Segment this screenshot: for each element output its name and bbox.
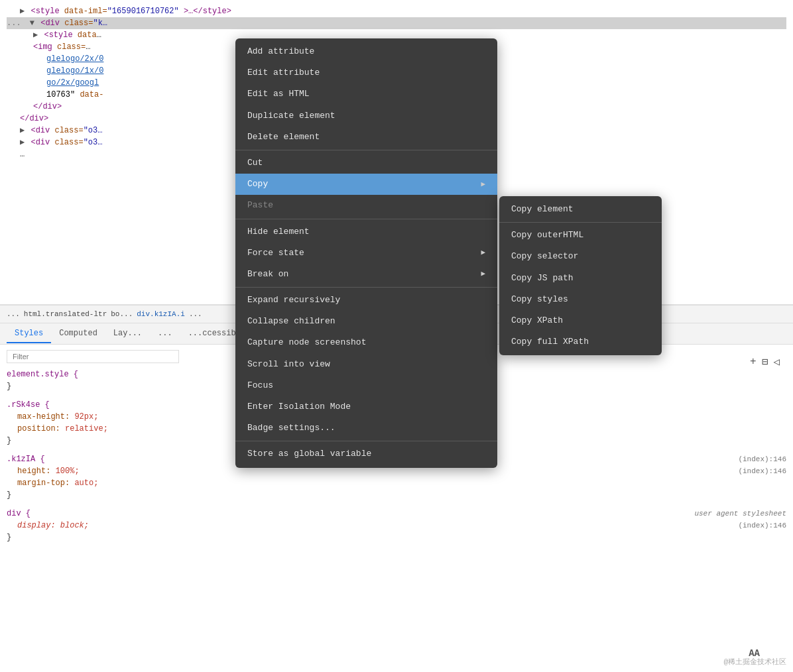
html-val: "1659016710762" (107, 7, 179, 16)
source-ref[interactable]: (index):146 (738, 453, 786, 465)
submenu-separator (499, 222, 662, 223)
menu-item-label: Copy full XPath (511, 336, 589, 348)
source-ref-index2[interactable]: (index):146 (738, 520, 786, 532)
css-selector-line: div { user agent stylesheet (7, 508, 786, 520)
css-value: auto; (74, 478, 98, 488)
triangle-icon: ▼ (30, 19, 34, 28)
submenu-arrow-icon: ▶ (481, 269, 485, 279)
tab-computed[interactable]: Computed (51, 325, 105, 343)
css-brace: } (7, 436, 11, 445)
html-tag: </div> (33, 102, 62, 111)
css-value: block; (60, 521, 89, 530)
menu-item-label: Store as global variable (247, 448, 371, 460)
add-icon[interactable]: + (750, 356, 757, 368)
menu-item-label: Cut (247, 157, 263, 169)
html-val: "o3… (84, 138, 103, 147)
tab-styles[interactable]: Styles (7, 325, 51, 343)
submenu-copy-full-xpath[interactable]: Copy full XPath (499, 331, 662, 353)
menu-item-label: Edit attribute (247, 67, 320, 79)
devtools-panel: ▶ <style data-iml="1659016710762" >…</st… (0, 0, 793, 672)
html-tag: <style (30, 7, 59, 16)
dots-indicator: ... (7, 19, 21, 28)
menu-hide[interactable]: Hide element (235, 221, 497, 243)
breadcrumb-body[interactable]: bo... (111, 310, 133, 318)
triangle-icon: ▶ (20, 126, 25, 135)
menu-expand[interactable]: Expand recursively (235, 290, 497, 311)
menu-delete[interactable]: Delete element (235, 127, 497, 148)
menu-scroll[interactable]: Scroll into view (235, 354, 497, 375)
html-link[interactable]: glelogo/1x/0 (46, 66, 103, 76)
submenu-copy-element[interactable]: Copy element (499, 199, 662, 220)
breadcrumb-div[interactable]: div.k1zIA.i (137, 310, 185, 318)
menu-item-label: Collapse children (247, 315, 336, 327)
menu-add-attribute[interactable]: Add attribute (235, 41, 497, 62)
submenu-copy-jspath[interactable]: Copy JS path (499, 268, 662, 289)
html-link[interactable]: glelogo/2x/0 (46, 54, 103, 64)
breadcrumb-end[interactable]: ... (189, 310, 202, 318)
menu-duplicate[interactable]: Duplicate element (235, 105, 497, 127)
css-property: height: (7, 467, 50, 476)
styles-toolbar: + ⊟ ◁ (750, 355, 780, 368)
submenu-copy-selector[interactable]: Copy selector (499, 246, 662, 267)
html-attr: data (78, 30, 97, 40)
html-link[interactable]: go/2x/googl (46, 78, 99, 87)
css-block-div: div { user agent stylesheet display: blo… (7, 508, 786, 543)
menu-force-state[interactable]: Force state ▶ (235, 243, 497, 264)
css-value: relative; (65, 424, 108, 433)
menu-item-label: Duplicate element (247, 110, 336, 122)
html-attr: class= (54, 126, 83, 135)
sub-context-menu: Copy element Copy outerHTML Copy selecto… (499, 196, 662, 355)
submenu-arrow-icon: ▶ (481, 180, 485, 190)
menu-item-label: Enter Isolation Mode (247, 401, 351, 413)
html-val: "k… (93, 19, 107, 28)
menu-copy[interactable]: Copy ▶ (235, 174, 497, 195)
menu-item-label: Hide element (247, 226, 310, 238)
menu-item-label: Expand recursively (247, 294, 340, 306)
menu-break-on[interactable]: Break on ▶ (235, 264, 497, 285)
menu-separator (235, 219, 497, 219)
menu-item-label: Copy outerHTML (511, 229, 583, 241)
menu-item-label: Paste (247, 199, 273, 211)
watermark: @稀土掘金技术社区 (723, 657, 786, 667)
html-tag: <img (33, 42, 52, 52)
tab-layout[interactable]: Lay... (105, 325, 150, 343)
context-menu: Add attribute Edit attribute Edit as HTM… (235, 38, 497, 468)
source-ref-italic: user agent stylesheet (694, 508, 786, 520)
menu-focus[interactable]: Focus (235, 375, 497, 396)
breadcrumb-dots[interactable]: ... (7, 310, 20, 318)
toggle-icon[interactable]: ◁ (773, 355, 780, 368)
submenu-copy-outerhtml[interactable]: Copy outerHTML (499, 225, 662, 246)
breadcrumb-html[interactable]: html.translated-ltr (24, 310, 107, 318)
submenu-copy-styles[interactable]: Copy styles (499, 289, 662, 310)
css-selector: .rSk4se { (7, 400, 50, 410)
menu-edit-html[interactable]: Edit as HTML (235, 84, 497, 105)
triangle-icon: ▶ (20, 7, 25, 16)
css-selector: element.style { (7, 370, 78, 379)
css-selector: .k1zIA { (7, 455, 45, 464)
html-tag: <style (44, 30, 72, 40)
html-tag: <div (40, 19, 60, 28)
menu-item-label: Badge settings... (247, 422, 336, 434)
html-attr: class= (57, 42, 86, 52)
menu-isolation[interactable]: Enter Isolation Mode (235, 396, 497, 418)
css-property: position: (7, 424, 60, 433)
css-property: max-height: (7, 412, 70, 421)
css-selector: div { (7, 509, 30, 518)
menu-separator (235, 287, 497, 288)
submenu-copy-xpath[interactable]: Copy XPath (499, 310, 662, 331)
html-tag: </div> (20, 114, 48, 123)
property-icon[interactable]: ⊟ (762, 355, 768, 368)
menu-store-global[interactable]: Store as global variable (235, 443, 497, 465)
html-tag: <div (30, 126, 50, 135)
menu-item-label: Capture node screenshot (247, 337, 366, 349)
html-line-selected[interactable]: ... ▼ <div class="k… (7, 17, 786, 29)
menu-collapse[interactable]: Collapse children (235, 311, 497, 332)
tab-extra[interactable]: ... (150, 325, 180, 343)
source-ref-index[interactable]: (index):146 (738, 465, 786, 477)
filter-input[interactable] (7, 350, 179, 363)
menu-badge[interactable]: Badge settings... (235, 418, 497, 439)
menu-capture[interactable]: Capture node screenshot (235, 332, 497, 353)
menu-cut[interactable]: Cut (235, 152, 497, 174)
css-value: 100%; (56, 467, 80, 476)
menu-edit-attribute[interactable]: Edit attribute (235, 62, 497, 84)
